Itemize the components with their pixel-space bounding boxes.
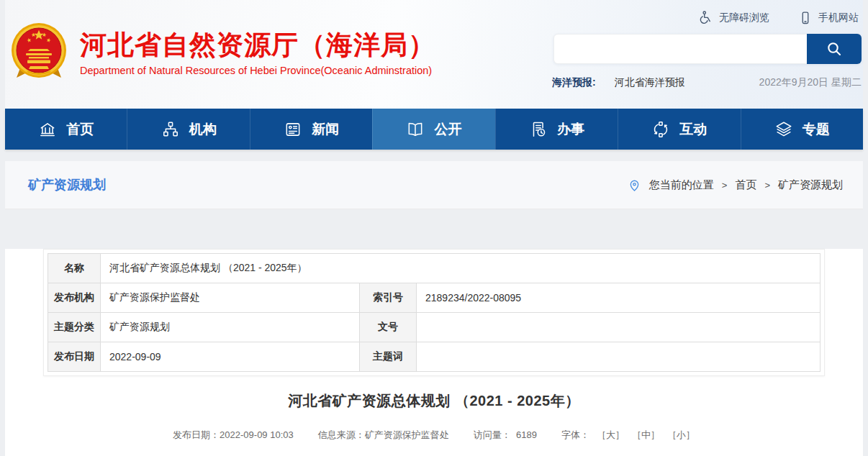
nav-item-services[interactable]: 办事 <box>495 109 618 150</box>
category-value: 矿产资源规划 <box>101 313 360 342</box>
accessibility-label: 无障碍浏览 <box>719 12 769 24</box>
meta-pubdate: 发布日期：2022-09-09 10:03 <box>173 429 294 440</box>
page-title: 矿产资源规划 <box>28 176 106 193</box>
current-date: 2022年9月20日 星期二 <box>759 76 862 89</box>
index-value: 2189234/2022-08095 <box>417 283 820 313</box>
utility-links: 无障碍浏览 手机网站 <box>698 10 859 25</box>
pubdate-label: 发布日期 <box>48 342 101 372</box>
name-value: 河北省矿产资源总体规划 （2021 - 2025年） <box>101 254 820 283</box>
nav-label: 新闻 <box>312 120 339 139</box>
nav-item-orgs[interactable]: 机构 <box>127 109 249 150</box>
nav-label: 办事 <box>557 120 584 139</box>
open-book-icon <box>406 120 425 139</box>
font-medium-button[interactable]: ［中］ <box>632 429 660 440</box>
table-row: 发布机构 矿产资源保护监督处 索引号 2189234/2022-08095 <box>48 283 820 313</box>
section-band: 矿产资源规划 您当前的位置 > 首页 > 矿产资源规划 <box>5 161 863 209</box>
site-title: 河北省自然资源厅（海洋局） <box>80 30 435 61</box>
main-content: 名称 河北省矿产资源总体规划 （2021 - 2025年） 发布机构 矿产资源保… <box>5 249 863 456</box>
mobile-site-label: 手机网站 <box>818 12 859 24</box>
mobile-site-link[interactable]: 手机网站 <box>798 11 859 25</box>
forecast-row: 海洋预报: 河北省海洋预报 2022年9月20日 星期二 <box>552 76 862 89</box>
breadcrumb-prefix: 您当前的位置 <box>649 178 714 192</box>
breadcrumb-separator: > <box>764 180 770 191</box>
keyword-label: 主题词 <box>360 342 417 372</box>
meta-source: 信息来源：矿产资源保护监督处 <box>318 429 449 440</box>
forecast-label: 海洋预报: <box>552 76 596 89</box>
table-row: 主题分类 矿产资源规划 文号 <box>48 313 820 342</box>
nav-item-home[interactable]: 首页 <box>5 109 127 150</box>
nav-label: 互动 <box>679 120 707 139</box>
search-area <box>553 34 862 64</box>
brand: 河北省自然资源厅（海洋局） Department of Natural Reso… <box>11 22 435 85</box>
phone-icon <box>798 11 813 25</box>
forecast-link[interactable]: 河北省海洋预报 <box>615 76 685 89</box>
accessibility-link[interactable]: 无障碍浏览 <box>698 10 769 25</box>
doc-clock-icon <box>529 120 548 139</box>
meta-font-controls: 字体：［大］［中］［小］ <box>561 429 695 440</box>
category-label: 主题分类 <box>48 313 101 342</box>
font-large-button[interactable]: ［大］ <box>597 429 625 440</box>
article-title: 河北省矿产资源总体规划 （2021 - 2025年） <box>5 391 863 411</box>
article-meta: 发布日期：2022-09-09 10:03信息来源：矿产资源保护监督处访问量： … <box>5 429 863 442</box>
keyword-value <box>417 342 820 372</box>
nav-item-news[interactable]: 新闻 <box>250 109 372 150</box>
breadcrumb-home[interactable]: 首页 <box>735 178 756 192</box>
breadcrumb-current: 矿产资源规划 <box>778 178 843 192</box>
cycle-arrows-icon <box>651 120 670 139</box>
site-header: 无障碍浏览 手机网站 <box>5 0 863 109</box>
layers-icon <box>774 120 793 139</box>
font-small-button[interactable]: ［小］ <box>667 429 695 440</box>
font-size-label: 字体： <box>561 429 589 440</box>
national-emblem-logo <box>11 22 67 85</box>
main-nav: 首页 机构 新闻 公开 <box>5 109 863 150</box>
band-gap <box>5 150 863 161</box>
nav-label: 公开 <box>434 120 461 139</box>
document-info-box: 名称 河北省矿产资源总体规划 （2021 - 2025年） 发布机构 矿产资源保… <box>43 249 825 376</box>
org-chart-icon <box>161 120 180 139</box>
search-button[interactable] <box>807 34 862 64</box>
nav-item-topics[interactable]: 专题 <box>741 109 863 150</box>
docnum-value <box>417 313 820 342</box>
nav-label: 机构 <box>189 120 217 139</box>
nav-item-interaction[interactable]: 互动 <box>618 109 740 150</box>
index-label: 索引号 <box>360 283 417 313</box>
breadcrumb-separator: > <box>722 180 728 191</box>
home-icon <box>38 120 57 139</box>
nav-label: 专题 <box>803 120 830 139</box>
document-info-table: 名称 河北省矿产资源总体规划 （2021 - 2025年） 发布机构 矿产资源保… <box>48 253 820 372</box>
location-pin-icon <box>628 178 641 192</box>
breadcrumb: 您当前的位置 > 首页 > 矿产资源规划 <box>628 178 843 192</box>
docnum-label: 文号 <box>360 313 417 342</box>
news-icon <box>284 120 302 139</box>
agency-label: 发布机构 <box>48 283 101 313</box>
table-row: 发布日期 2022-09-09 主题词 <box>48 342 820 372</box>
table-row: 名称 河北省矿产资源总体规划 （2021 - 2025年） <box>48 254 820 283</box>
brand-text: 河北省自然资源厅（海洋局） Department of Natural Reso… <box>80 30 435 77</box>
accessibility-icon <box>698 10 713 25</box>
meta-views: 访问量： 6189 <box>474 429 537 440</box>
site-subtitle: Department of Natural Resources of Hebei… <box>80 65 435 76</box>
page: 无障碍浏览 手机网站 <box>5 0 863 456</box>
nav-label: 首页 <box>66 120 94 139</box>
nav-item-public-disclosure[interactable]: 公开 <box>372 109 494 150</box>
agency-value: 矿产资源保护监督处 <box>101 283 360 313</box>
pubdate-value: 2022-09-09 <box>101 342 360 372</box>
name-label: 名称 <box>48 254 101 283</box>
search-icon <box>826 40 843 58</box>
